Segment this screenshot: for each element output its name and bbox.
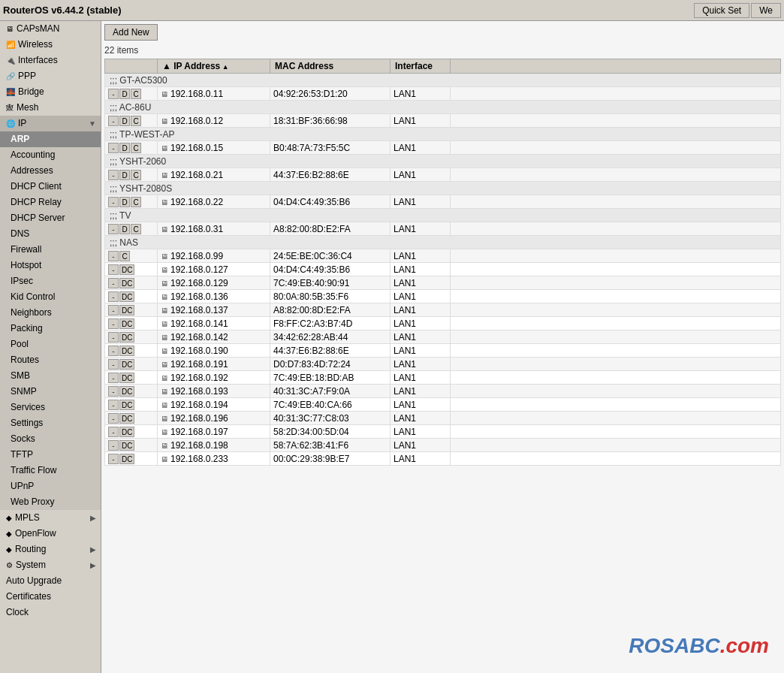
sidebar-item-ipsec[interactable]: IPsec bbox=[0, 273, 101, 289]
table-row[interactable]: -DC🖥192.168.0.137A8:82:00:8D:E2:FALAN1 bbox=[105, 303, 781, 317]
table-row[interactable]: -DC🖥192.168.0.19340:31:3C:A7:F9:0ALAN1 bbox=[105, 385, 781, 398]
table-row[interactable]: -DC🖥192.168.0.19858:7A:62:3B:41:F6LAN1 bbox=[105, 439, 781, 452]
web-button[interactable]: We bbox=[751, 3, 781, 18]
table-row[interactable]: -DC🖥192.168.0.31A8:82:00:8D:E2:FALAN1 bbox=[105, 222, 781, 236]
sidebar-item-smb[interactable]: SMB bbox=[0, 368, 101, 384]
minus-flag[interactable]: - bbox=[108, 89, 119, 99]
flags-cell[interactable]: -DC bbox=[105, 195, 158, 209]
table-row[interactable]: -DC🖥192.168.0.19758:2D:34:00:5D:04LAN1 bbox=[105, 425, 781, 439]
col-ip[interactable]: ▲ IP Address bbox=[158, 59, 270, 74]
flags-cell[interactable]: -DC bbox=[105, 371, 158, 385]
minus-flag[interactable]: - bbox=[108, 413, 119, 424]
table-row[interactable]: -DC🖥192.168.0.1218:31:BF:36:66:98LAN1 bbox=[105, 114, 781, 128]
minus-flag[interactable]: - bbox=[108, 400, 119, 410]
sidebar-item-web-proxy[interactable]: Web Proxy bbox=[0, 494, 101, 510]
sidebar-item-accounting[interactable]: Accounting bbox=[0, 147, 101, 163]
sidebar-item-ppp[interactable]: 🔗 PPP bbox=[0, 68, 101, 84]
table-row[interactable]: -DC🖥192.168.0.1297C:49:EB:40:90:91LAN1 bbox=[105, 276, 781, 290]
sidebar-item-kid-control[interactable]: Kid Control bbox=[0, 289, 101, 305]
table-row[interactable]: -DC🖥192.168.0.141F8:FF:C2:A3:B7:4DLAN1 bbox=[105, 317, 781, 330]
sidebar-item-neighbors[interactable]: Neighbors bbox=[0, 305, 101, 321]
sidebar-item-capsman[interactable]: 🖥 CAPsMAN bbox=[0, 21, 101, 37]
flags-cell[interactable]: -DC bbox=[105, 222, 158, 236]
sidebar-item-bridge[interactable]: 🌉 Bridge bbox=[0, 84, 101, 100]
table-row[interactable]: -C🖥192.168.0.9924:5E:BE:0C:36:C4LAN1 bbox=[105, 249, 781, 263]
minus-flag[interactable]: - bbox=[108, 264, 119, 275]
minus-flag[interactable]: - bbox=[108, 143, 119, 153]
flags-cell[interactable]: -DC bbox=[105, 452, 158, 466]
sidebar-item-routing[interactable]: ◆ Routing ▶ bbox=[0, 542, 101, 557]
sidebar-item-snmp[interactable]: SNMP bbox=[0, 384, 101, 400]
flags-cell[interactable]: -DC bbox=[105, 358, 158, 371]
sidebar-item-arp[interactable]: ARP bbox=[0, 131, 101, 147]
sidebar-item-auto-upgrade[interactable]: Auto Upgrade bbox=[0, 573, 101, 589]
sidebar-item-certificates[interactable]: Certificates bbox=[0, 589, 101, 605]
sidebar-item-dhcp-relay[interactable]: DHCP Relay bbox=[0, 195, 101, 210]
flags-cell[interactable]: -DC bbox=[105, 168, 158, 182]
col-flags[interactable] bbox=[105, 59, 158, 74]
sidebar-item-socks[interactable]: Socks bbox=[0, 431, 101, 447]
sidebar-item-interfaces[interactable]: 🔌 Interfaces bbox=[0, 53, 101, 68]
minus-flag[interactable]: - bbox=[108, 116, 119, 126]
sidebar-item-addresses[interactable]: Addresses bbox=[0, 163, 101, 179]
table-row[interactable]: -DC🖥192.168.0.1947C:49:EB:40:CA:66LAN1 bbox=[105, 398, 781, 412]
sidebar-item-packing[interactable]: Packing bbox=[0, 321, 101, 336]
minus-flag[interactable]: - bbox=[108, 318, 119, 329]
table-row[interactable]: -DC🖥192.168.0.1927C:49:EB:18:BD:ABLAN1 bbox=[105, 371, 781, 385]
flags-cell[interactable]: -DC bbox=[105, 114, 158, 128]
flags-cell[interactable]: -DC bbox=[105, 303, 158, 317]
sidebar-item-dhcp-client[interactable]: DHCP Client bbox=[0, 179, 101, 195]
sidebar-item-hotspot[interactable]: Hotspot bbox=[0, 258, 101, 273]
flags-cell[interactable]: -DC bbox=[105, 344, 158, 358]
table-row[interactable]: -DC🖥192.168.0.14234:42:62:28:AB:44LAN1 bbox=[105, 330, 781, 344]
add-new-button[interactable]: Add New bbox=[104, 24, 158, 41]
table-row[interactable]: -DC🖥192.168.0.2144:37:E6:B2:88:6ELAN1 bbox=[105, 168, 781, 182]
sidebar-item-routes[interactable]: Routes bbox=[0, 352, 101, 368]
table-row[interactable]: -DC🖥192.168.0.1104:92:26:53:D1:20LAN1 bbox=[105, 87, 781, 101]
minus-flag[interactable]: - bbox=[108, 278, 119, 288]
table-row[interactable]: -DC🖥192.168.0.19044:37:E6:B2:88:6ELAN1 bbox=[105, 344, 781, 358]
minus-flag[interactable]: - bbox=[108, 427, 119, 437]
sidebar-item-ip[interactable]: 🌐 IP ▼ bbox=[0, 116, 101, 131]
sidebar-item-wireless[interactable]: 📶 Wireless bbox=[0, 37, 101, 53]
flags-cell[interactable]: -DC bbox=[105, 263, 158, 276]
flags-cell[interactable]: -DC bbox=[105, 385, 158, 398]
sidebar-item-clock[interactable]: Clock bbox=[0, 605, 101, 620]
sidebar-item-mpls[interactable]: ◆ MPLS ▶ bbox=[0, 510, 101, 526]
flags-cell[interactable]: -DC bbox=[105, 439, 158, 452]
minus-flag[interactable]: - bbox=[108, 346, 119, 356]
minus-flag[interactable]: - bbox=[108, 386, 119, 397]
flags-cell[interactable]: -DC bbox=[105, 317, 158, 330]
minus-flag[interactable]: - bbox=[108, 454, 119, 464]
sidebar-item-pool[interactable]: Pool bbox=[0, 336, 101, 352]
table-row[interactable]: -DC🖥192.168.0.19640:31:3C:77:C8:03LAN1 bbox=[105, 412, 781, 425]
flags-cell[interactable]: -C bbox=[105, 249, 158, 263]
flags-cell[interactable]: -DC bbox=[105, 290, 158, 303]
minus-flag[interactable]: - bbox=[108, 224, 119, 234]
flags-cell[interactable]: -DC bbox=[105, 141, 158, 155]
sidebar-item-dns[interactable]: DNS bbox=[0, 226, 101, 242]
table-row[interactable]: -DC🖥192.168.0.15B0:48:7A:73:F5:5CLAN1 bbox=[105, 141, 781, 155]
flags-cell[interactable]: -DC bbox=[105, 398, 158, 412]
col-interface[interactable]: Interface bbox=[390, 59, 451, 74]
minus-flag[interactable]: - bbox=[108, 332, 119, 343]
table-row[interactable]: -DC🖥192.168.0.191D0:D7:83:4D:72:24LAN1 bbox=[105, 358, 781, 371]
table-row[interactable]: -DC🖥192.168.0.2204:D4:C4:49:35:B6LAN1 bbox=[105, 195, 781, 209]
flags-cell[interactable]: -DC bbox=[105, 276, 158, 290]
sidebar-item-dhcp-server[interactable]: DHCP Server bbox=[0, 210, 101, 226]
flags-cell[interactable]: -DC bbox=[105, 425, 158, 439]
minus-flag[interactable]: - bbox=[108, 170, 119, 180]
sidebar-item-tftp[interactable]: TFTP bbox=[0, 447, 101, 463]
sidebar-item-firewall[interactable]: Firewall bbox=[0, 242, 101, 258]
flags-cell[interactable]: -DC bbox=[105, 330, 158, 344]
minus-flag[interactable]: - bbox=[108, 197, 119, 207]
table-row[interactable]: -DC🖥192.168.0.23300:0C:29:38:9B:E7LAN1 bbox=[105, 452, 781, 466]
minus-flag[interactable]: - bbox=[108, 359, 119, 370]
minus-flag[interactable]: - bbox=[108, 305, 119, 315]
sidebar-item-traffic-flow[interactable]: Traffic Flow bbox=[0, 463, 101, 478]
sidebar-item-mesh[interactable]: 🕸 Mesh bbox=[0, 100, 101, 116]
quickset-button[interactable]: Quick Set bbox=[694, 3, 749, 18]
sidebar-item-openflow[interactable]: ◆ OpenFlow bbox=[0, 526, 101, 542]
flags-cell[interactable]: -DC bbox=[105, 412, 158, 425]
sidebar-item-system[interactable]: ⚙ System ▶ bbox=[0, 557, 101, 573]
